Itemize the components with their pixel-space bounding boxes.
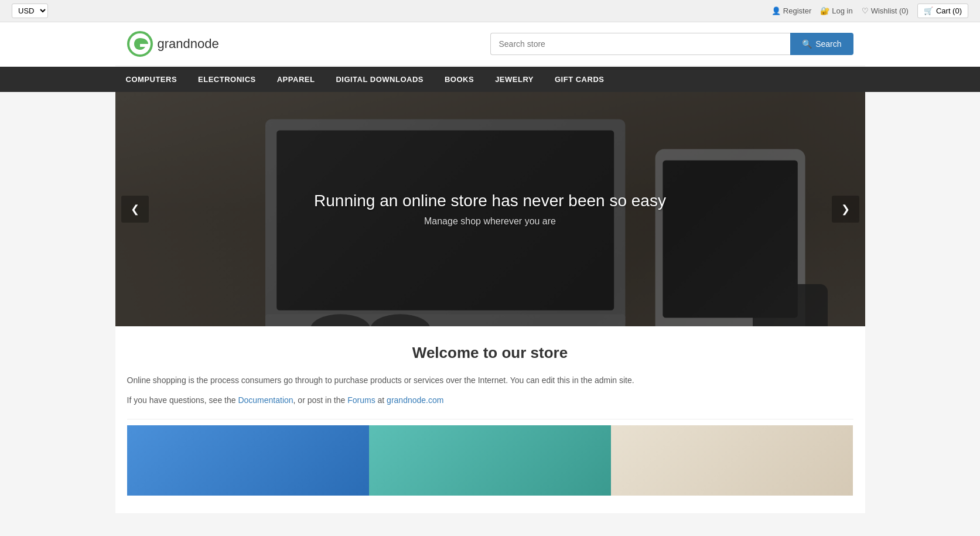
- login-link[interactable]: 🔐 Log in: [820, 6, 852, 15]
- welcome-paragraph-2: If you have questions, see the Documenta…: [127, 394, 853, 407]
- nav-wrapper: COMPUTERS ELECTRONICS APPAREL DIGITAL DO…: [0, 67, 980, 92]
- logo-text: grandnode: [158, 36, 219, 52]
- site-link[interactable]: grandnode.com: [387, 395, 443, 405]
- logo-link[interactable]: grandnode: [127, 31, 219, 57]
- welcome-title: Welcome to our store: [127, 344, 853, 362]
- welcome-paragraph-1: Online shopping is the process consumers…: [127, 374, 853, 387]
- search-button-label: Search: [815, 39, 841, 49]
- currency-dropdown[interactable]: USD: [12, 4, 48, 18]
- nav-item-books[interactable]: BOOKS: [434, 67, 484, 92]
- product-card-3[interactable]: [611, 425, 853, 496]
- welcome-p2-prefix: If you have questions, see the: [127, 395, 238, 405]
- cart-icon: 🛒: [924, 6, 933, 15]
- welcome-p2-suffix: at: [375, 395, 387, 405]
- top-bar: USD 👤 Register 🔐 Log in ♡ Wishlist (0) 🛒…: [0, 0, 980, 22]
- cart-label: Cart (0): [936, 6, 962, 15]
- nav-item-gift-cards[interactable]: GIFT CARDS: [544, 67, 614, 92]
- hero-image: Running an online store has never been s…: [115, 92, 865, 326]
- chevron-left-icon: ❮: [131, 203, 139, 215]
- register-label: Register: [783, 6, 811, 15]
- nav-item-digital-downloads[interactable]: DIGITAL DOWNLOADS: [325, 67, 434, 92]
- header-wrapper: grandnode 🔍 Search: [0, 22, 980, 67]
- chevron-right-icon: ❯: [841, 203, 850, 215]
- hero-title: Running an online store has never been s…: [314, 192, 666, 210]
- search-input[interactable]: [490, 33, 791, 55]
- header: grandnode 🔍 Search: [115, 22, 865, 66]
- search-area: 🔍 Search: [490, 33, 853, 55]
- hero-next-button[interactable]: ❯: [832, 196, 859, 223]
- product-card-2[interactable]: [369, 425, 611, 496]
- logo-icon: [127, 31, 153, 57]
- nav-item-computers[interactable]: COMPUTERS: [115, 67, 188, 92]
- welcome-p2-mid: , or post in the: [293, 395, 348, 405]
- search-button[interactable]: 🔍 Search: [790, 33, 853, 55]
- nav-item-jewelry[interactable]: JEWELRY: [484, 67, 544, 92]
- product-card-1[interactable]: [127, 425, 369, 496]
- hero-text-block: Running an online store has never been s…: [314, 192, 666, 227]
- cart-button[interactable]: 🛒 Cart (0): [917, 4, 968, 18]
- nav-item-electronics[interactable]: ELECTRONICS: [187, 67, 267, 92]
- wishlist-label: Wishlist (0): [871, 6, 909, 15]
- hero-prev-button[interactable]: ❮: [121, 196, 149, 223]
- heart-icon: ♡: [862, 6, 869, 15]
- login-label: Log in: [832, 6, 852, 15]
- search-icon: 🔍: [802, 39, 812, 49]
- currency-selector[interactable]: USD: [12, 4, 48, 18]
- hero-slider: Running an online store has never been s…: [115, 92, 865, 326]
- wishlist-link[interactable]: ♡ Wishlist (0): [862, 6, 909, 15]
- user-icon: 👤: [771, 6, 781, 15]
- content-wrapper: Welcome to our store Online shopping is …: [115, 326, 865, 513]
- hero-subtitle: Manage shop wherever you are: [314, 216, 666, 227]
- register-link[interactable]: 👤 Register: [771, 6, 811, 15]
- top-bar-actions: 👤 Register 🔐 Log in ♡ Wishlist (0) 🛒 Car…: [771, 4, 968, 18]
- product-cards-row: [127, 419, 853, 496]
- nav-item-apparel[interactable]: APPAREL: [267, 67, 326, 92]
- login-icon: 🔐: [820, 6, 829, 15]
- documentation-link[interactable]: Documentation: [238, 395, 293, 405]
- main-nav: COMPUTERS ELECTRONICS APPAREL DIGITAL DO…: [115, 67, 865, 92]
- forums-link[interactable]: Forums: [347, 395, 375, 405]
